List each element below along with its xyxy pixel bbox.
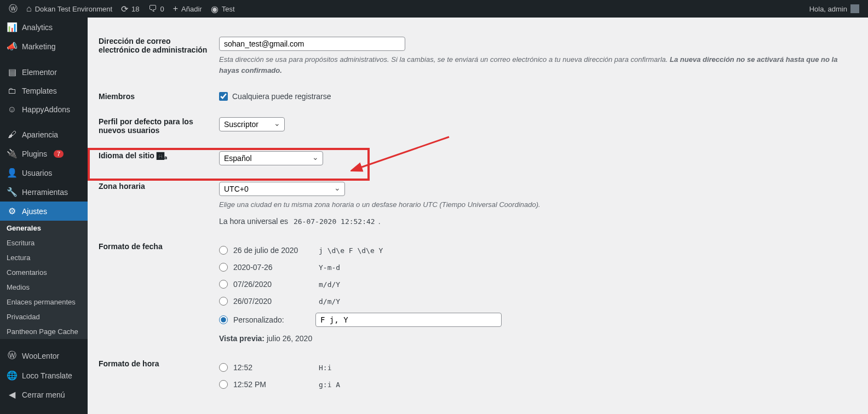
sidebar-item-elementor[interactable]: ▤Elementor: [0, 62, 88, 82]
sidebar-item-loco[interactable]: 🌐Loco Translate: [0, 366, 88, 385]
date-option-0[interactable]: 26 de julio de 2020j \d\e F \d\e Y: [219, 242, 857, 259]
redux-icon: ◉: [211, 4, 219, 14]
date-option-1[interactable]: 2020-07-26Y-m-d: [219, 259, 857, 276]
sidebar-item-users[interactable]: 👤Usuarios: [0, 163, 88, 182]
sub-item-discussion[interactable]: Comentarios: [0, 265, 88, 280]
sidebar-label: Usuarios: [22, 169, 52, 177]
site-language-label: Idioma del sitio 🅰ₐ: [99, 151, 219, 165]
collapse-icon: ◀: [7, 389, 18, 400]
sidebar-label: WooLentor: [22, 352, 59, 360]
refresh-icon: ⟳: [121, 4, 128, 14]
date-option-3[interactable]: 26/07/2020d/m/Y: [219, 293, 857, 310]
site-name[interactable]: ⌂Dokan Test Environment: [22, 0, 117, 18]
date-radio[interactable]: [219, 246, 228, 255]
loco-icon: 🌐: [7, 370, 18, 381]
time-option-0[interactable]: 12:52H:i: [219, 359, 857, 376]
timezone-select[interactable]: UTC+0: [219, 182, 345, 196]
date-radio[interactable]: [219, 280, 228, 289]
updates[interactable]: ⟳18: [117, 0, 143, 18]
test-label: Test: [222, 5, 235, 13]
date-option-code: j \d\e F \d\e Y: [315, 245, 386, 256]
date-format-label: Formato de fecha: [99, 242, 219, 343]
date-option-code: m/d/Y: [315, 279, 343, 290]
add-new[interactable]: +Añadir: [169, 0, 206, 18]
row-membership: Miembros Cualquiera puede registrarse: [99, 84, 857, 109]
admin-email-input[interactable]: [219, 37, 405, 51]
time-option-code: g:i A: [315, 379, 343, 390]
my-account[interactable]: Hola, admin: [805, 0, 864, 18]
happy-icon: ☺: [7, 105, 18, 114]
utc-time-code: 26-07-2020 12:52:42: [290, 216, 378, 227]
comments[interactable]: 🗨0: [144, 0, 169, 18]
date-option-code: d/m/Y: [315, 296, 343, 307]
elementor-icon: ▤: [7, 67, 18, 77]
date-option-custom[interactable]: Personalizado:: [219, 310, 857, 330]
sidebar-item-settings[interactable]: ⚙Ajustes: [0, 202, 88, 221]
comment-icon: 🗨: [148, 4, 157, 14]
membership-checkbox-wrap[interactable]: Cualquiera puede registrarse: [219, 92, 857, 101]
date-custom-input[interactable]: [315, 313, 502, 327]
membership-checkbox[interactable]: [219, 92, 228, 101]
time-radio[interactable]: [219, 380, 228, 389]
date-radio[interactable]: [219, 297, 228, 306]
sidebar-label: HappyAddons: [22, 105, 70, 114]
wrench-icon: 🔧: [7, 187, 18, 197]
updates-count: 18: [131, 5, 139, 13]
membership-label: Miembros: [99, 92, 219, 101]
date-option-2[interactable]: 07/26/2020m/d/Y: [219, 276, 857, 293]
admin-sidebar: 📊Analytics 📣Marketing ▤Elementor 🗀Templa…: [0, 18, 88, 414]
time-format-label: Formato de hora: [99, 359, 219, 393]
row-default-role: Perfil por defecto para los nuevos usuar…: [99, 109, 857, 143]
plugin-icon: 🔌: [7, 148, 18, 159]
sidebar-label: Templates: [22, 87, 57, 95]
sidebar-item-analytics[interactable]: 📊Analytics: [0, 18, 88, 37]
date-radio-custom[interactable]: [219, 315, 228, 324]
plugins-badge: 7: [54, 150, 64, 158]
translate-icon: 🅰ₐ: [157, 152, 167, 160]
date-option-label: 26 de julio de 2020: [233, 246, 310, 255]
plus-icon: +: [173, 4, 178, 14]
sidebar-label: Cerrar menú: [22, 390, 65, 399]
chart-icon: 📊: [7, 22, 18, 32]
test-item[interactable]: ◉Test: [206, 0, 239, 18]
home-icon: ⌂: [26, 4, 32, 14]
time-option-label: 12:52 PM: [233, 380, 310, 389]
sub-item-media[interactable]: Medios: [0, 280, 88, 295]
date-radio[interactable]: [219, 263, 228, 272]
sub-item-pantheon[interactable]: Pantheon Page Cache: [0, 324, 88, 339]
greeting-label: Hola, admin: [809, 5, 847, 13]
admin-bar: ⓦ ⌂Dokan Test Environment ⟳18 🗨0 +Añadir…: [0, 0, 868, 18]
woo-icon: Ⓦ: [7, 350, 18, 361]
default-role-select[interactable]: Suscriptor: [219, 117, 285, 131]
row-admin-email: Dirección de correo electrónico de admin…: [99, 28, 857, 84]
utc-text: La hora universal es 26-07-2020 12:52:42…: [219, 217, 857, 226]
sub-item-permalinks[interactable]: Enlaces permanentes: [0, 295, 88, 309]
admin-email-description: Esta dirección se usa para propósitos ad…: [219, 54, 857, 76]
timezone-description: Elige una ciudad en tu misma zona horari…: [219, 199, 857, 210]
sidebar-item-tools[interactable]: 🔧Herramientas: [0, 182, 88, 202]
sidebar-item-templates[interactable]: 🗀Templates: [0, 82, 88, 100]
time-radio[interactable]: [219, 363, 228, 372]
date-preview: Vista previa: julio 26, 2020: [219, 334, 857, 343]
row-timezone: Zona horaria UTC+0 Elige una ciudad en t…: [99, 174, 857, 234]
main-content: Dirección de correo electrónico de admin…: [88, 18, 868, 414]
sub-item-reading[interactable]: Lectura: [0, 250, 88, 265]
sidebar-label: Marketing: [22, 42, 55, 51]
sidebar-item-woolentor[interactable]: ⓌWooLentor: [0, 346, 88, 366]
sidebar-item-collapse[interactable]: ◀Cerrar menú: [0, 385, 88, 404]
admin-email-label: Dirección de correo electrónico de admin…: [99, 37, 219, 76]
sub-item-general[interactable]: Generales: [0, 221, 88, 235]
site-language-select[interactable]: Español: [219, 151, 323, 165]
default-role-label: Perfil por defecto para los nuevos usuar…: [99, 117, 219, 135]
sidebar-item-plugins[interactable]: 🔌Plugins7: [0, 144, 88, 163]
sub-item-privacy[interactable]: Privacidad: [0, 309, 88, 324]
sub-item-writing[interactable]: Escritura: [0, 235, 88, 250]
time-option-1[interactable]: 12:52 PMg:i A: [219, 376, 857, 393]
sidebar-item-happyaddons[interactable]: ☺HappyAddons: [0, 100, 88, 119]
sidebar-item-marketing[interactable]: 📣Marketing: [0, 37, 88, 56]
sidebar-item-appearance[interactable]: 🖌Apariencia: [0, 125, 88, 144]
brush-icon: 🖌: [7, 130, 18, 140]
sidebar-label: Apariencia: [22, 130, 58, 139]
sidebar-label: Ajustes: [22, 207, 47, 216]
wp-logo[interactable]: ⓦ: [4, 0, 22, 18]
